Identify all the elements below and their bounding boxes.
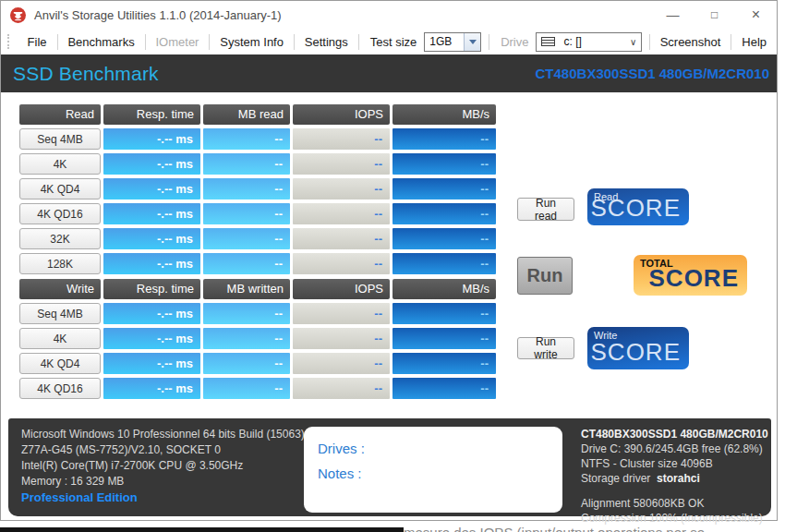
spacer (581, 486, 768, 496)
maximize-button[interactable]: □ (694, 1, 735, 29)
row-label-button[interactable]: 32K (19, 228, 101, 249)
row-label-button[interactable]: 4K QD4 (19, 178, 101, 200)
mb-read-cell: -- (203, 253, 290, 274)
column-header-mbs: MB/s (392, 279, 496, 299)
menu-system-info[interactable]: System Info (210, 35, 294, 49)
column-header-resp-time: Resp. time (103, 104, 200, 125)
read-score-value: SCORE (591, 194, 681, 223)
test-size-dropdown-button[interactable] (464, 33, 480, 51)
iops-cell: -- (293, 303, 390, 324)
resp-time-cell: -.-- ms (103, 253, 200, 274)
row-label-button[interactable]: 4K (19, 328, 101, 349)
menu-settings[interactable]: Settings (295, 35, 358, 49)
close-button[interactable]: × (735, 1, 777, 29)
window-title: Anvil's Storage Utilities 1.1.0 (2014-Ja… (34, 8, 282, 22)
resp-time-cell: -.-- ms (103, 128, 200, 150)
test-size-label: Test size (359, 35, 425, 49)
write-table-header-row: Write Resp. time MB written IOPS MB/s (19, 279, 496, 299)
page-title: SSD Benchmark (13, 63, 159, 85)
mbs-cell: -- (392, 203, 496, 224)
resp-time-cell: -.-- ms (103, 378, 200, 399)
column-header-iops: IOPS (293, 104, 390, 125)
mbs-cell: -- (392, 253, 496, 274)
chevron-down-icon: ∨ (626, 37, 641, 47)
read-table-row: Seq 4MB -.-- ms -- -- -- (19, 128, 496, 150)
row-label-button[interactable]: Seq 4MB (19, 303, 101, 324)
run-write-button[interactable]: Run write (517, 337, 574, 359)
minimize-button[interactable]: — (652, 1, 694, 29)
mbs-cell: -- (392, 303, 496, 324)
write-table-row: 4K QD16 -.-- ms -- -- -- (19, 378, 496, 399)
mbs-cell: -- (392, 378, 496, 399)
row-label-button[interactable]: Seq 4MB (19, 128, 101, 150)
column-header-iops: IOPS (293, 279, 390, 299)
menu-benchmarks[interactable]: Benchmarks (57, 35, 144, 49)
test-size-combobox[interactable]: 1GB (424, 32, 481, 52)
filesystem-line: NTFS - Cluster size 4096B (581, 456, 768, 471)
write-table-row: 4K -.-- ms -- -- -- (19, 328, 496, 349)
toolbar-grip (7, 34, 12, 49)
mb-written-cell: -- (203, 328, 290, 349)
benchmark-header-band: SSD Benchmark CT480BX300SSD1 480GB/M2CR0… (1, 54, 777, 92)
storage-driver-value: storahci (657, 472, 700, 485)
menu-file[interactable]: File (18, 35, 57, 49)
row-label-button[interactable]: 4K QD16 (19, 378, 101, 399)
column-header-resp-time: Resp. time (103, 279, 200, 299)
row-label-button[interactable]: 4K QD16 (19, 203, 101, 224)
write-table-row: 4K QD4 -.-- ms -- -- -- (19, 353, 496, 374)
notes-label: Notes : (318, 461, 562, 486)
mb-written-cell: -- (203, 303, 290, 324)
iops-cell: -- (293, 203, 390, 224)
write-score-box: Write SCORE (587, 327, 689, 369)
iops-cell: -- (293, 153, 390, 175)
mb-read-cell: -- (203, 228, 290, 249)
read-score-box: Read SCORE (587, 188, 689, 225)
mb-read-cell: -- (203, 178, 290, 200)
iops-cell: -- (293, 128, 390, 150)
column-header-mb-written: MB written (203, 279, 290, 299)
iops-cell: -- (293, 228, 390, 249)
row-label-button[interactable]: 128K (19, 253, 101, 274)
mb-read-cell: -- (203, 203, 290, 224)
mb-written-cell: -- (203, 353, 290, 374)
app-window: Anvil's Storage Utilities 1.1.0 (2014-Ja… (0, 0, 778, 521)
iops-cell: -- (293, 328, 390, 349)
drives-label: Drives : (318, 436, 562, 461)
title-bar: Anvil's Storage Utilities 1.1.0 (2014-Ja… (1, 1, 777, 29)
mb-written-cell: -- (203, 378, 290, 399)
drive-combobox[interactable]: c: [] ∨ (536, 32, 641, 52)
storage-driver-line: Storage driver storahci (581, 471, 768, 486)
resp-time-cell: -.-- ms (103, 303, 200, 324)
menu-screenshot[interactable]: Screenshot (650, 35, 731, 49)
window-controls: — □ × (652, 1, 777, 29)
mbs-cell: -- (392, 153, 496, 175)
app-icon (10, 7, 26, 23)
drive-capacity-line: Drive C: 390.6/245.4GB free (62.8%) (581, 441, 768, 456)
edition-label: Professional Edition (21, 490, 138, 504)
menu-help[interactable]: Help (731, 35, 777, 49)
row-label-button[interactable]: 4K (19, 153, 101, 175)
write-table: Write Resp. time MB written IOPS MB/s Se… (19, 279, 496, 403)
iops-cell: -- (293, 378, 390, 399)
mbs-cell: -- (392, 353, 496, 374)
drive-label: Drive (489, 35, 536, 49)
run-button[interactable]: Run (517, 257, 573, 295)
read-table-header-row: Read Resp. time MB read IOPS MB/s (19, 104, 496, 125)
drive-value: c: [] (559, 35, 625, 48)
read-table: Read Resp. time MB read IOPS MB/s Seq 4M… (19, 104, 496, 278)
read-table-row: 4K QD4 -.-- ms -- -- -- (19, 178, 496, 200)
menu-iometer: IOmeter (146, 35, 210, 49)
column-header-mbs: MB/s (392, 104, 496, 125)
os-line: Microsoft Windows 10 Professionnel 64 bi… (21, 427, 305, 442)
resp-time-cell: -.-- ms (103, 178, 200, 200)
system-info-panel: Microsoft Windows 10 Professionnel 64 bi… (8, 418, 771, 516)
total-score-value: SCORE (649, 264, 739, 293)
read-table-row: 32K -.-- ms -- -- -- (19, 228, 496, 249)
resp-time-cell: -.-- ms (103, 203, 200, 224)
iops-cell: -- (293, 253, 390, 274)
drives-notes-box[interactable]: Drives : Notes : (304, 427, 562, 513)
write-table-row: Seq 4MB -.-- ms -- -- -- (19, 303, 496, 324)
run-read-button[interactable]: Run read (517, 198, 574, 221)
row-label-button[interactable]: 4K QD4 (19, 353, 101, 374)
read-table-row: 4K -.-- ms -- -- -- (19, 153, 496, 175)
